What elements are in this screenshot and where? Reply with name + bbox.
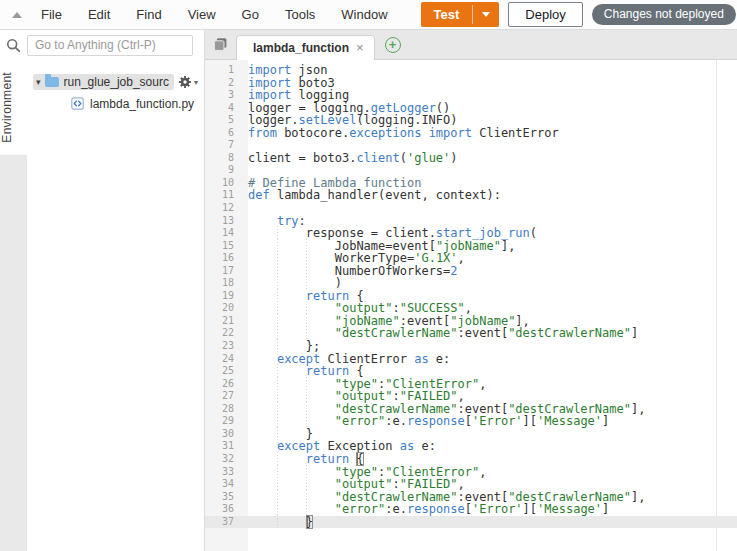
settings-gear-button[interactable]: ▾ [178,75,200,89]
line-number[interactable]: 12 [205,202,241,215]
menu-items: FileEditFindViewGoToolsWindow [28,7,401,22]
tab-close-icon[interactable]: × [356,42,364,54]
line-number[interactable]: 34 [205,478,241,491]
code-text[interactable] [241,139,737,152]
code-line[interactable]: 18 ) [205,277,737,290]
code-line[interactable]: 27 "output":"FAILED", [205,390,737,403]
goto-anything-input[interactable] [27,35,193,56]
code-text[interactable]: "output":"FAILED", [241,478,737,491]
code-text[interactable]: logger.setLevel(logging.INFO) [241,114,737,127]
line-number[interactable]: 36 [205,503,241,516]
line-number[interactable]: 32 [205,453,241,466]
line-number[interactable]: 37 [205,516,241,529]
left-panel: Environment ▾ run_glue_job_sourc [0,30,205,551]
menu-item-go[interactable]: Go [229,7,272,22]
tab-environment[interactable]: Environment [0,60,27,155]
line-number[interactable]: 31 [205,440,241,453]
deploy-button[interactable]: Deploy [508,2,582,27]
code-line[interactable]: 11def lambda_handler(event, context): [205,189,737,202]
code-text[interactable]: } [241,516,737,529]
line-number[interactable]: 2 [205,77,241,90]
code-line[interactable]: 29 "error":e.response['Error']['Message'… [205,415,737,428]
side-tab-strip: Environment [0,60,27,551]
stacked-pages-icon [213,37,228,52]
line-number[interactable]: 28 [205,403,241,416]
code-line[interactable]: 34 "output":"FAILED", [205,478,737,491]
line-number[interactable]: 1 [205,64,241,77]
code-text[interactable]: return { [241,453,737,466]
line-number[interactable]: 29 [205,415,241,428]
line-number[interactable]: 7 [205,139,241,152]
code-text[interactable]: WorkerType='G.1X', [241,252,737,265]
code-text[interactable] [241,202,737,215]
code-text[interactable]: return { [241,365,737,378]
folder-expand-caret-icon[interactable]: ▾ [36,77,41,87]
tree-folder-row[interactable]: ▾ run_glue_job_sourc [33,72,200,92]
tree-folder-selection: ▾ run_glue_job_sourc [33,74,174,90]
line-number[interactable]: 23 [205,340,241,353]
line-number[interactable]: 24 [205,353,241,366]
line-number[interactable]: 8 [205,152,241,165]
line-number[interactable]: 22 [205,327,241,340]
line-number[interactable]: 15 [205,240,241,253]
chevron-down-icon [482,12,490,17]
code-line[interactable]: 16 WorkerType='G.1X', [205,252,737,265]
tab-lambda-function[interactable]: lambda_function × [236,35,375,60]
line-number[interactable]: 4 [205,102,241,115]
code-text[interactable]: import logging [241,89,737,102]
test-button[interactable]: Test [421,2,500,27]
line-number[interactable]: 35 [205,491,241,504]
line-number[interactable]: 10 [205,177,241,190]
menu-item-file[interactable]: File [28,7,75,22]
line-number[interactable]: 13 [205,215,241,228]
code-text[interactable]: from botocore.exceptions import ClientEr… [241,127,737,140]
code-line[interactable]: 7 [205,139,737,152]
line-number[interactable]: 30 [205,428,241,441]
line-number[interactable]: 25 [205,365,241,378]
code-text[interactable]: "output":"FAILED", [241,390,737,403]
menu-item-edit[interactable]: Edit [75,7,123,22]
code-text[interactable]: "error":e.response['Error']['Message'] [241,415,737,428]
line-number[interactable]: 3 [205,89,241,102]
tab-list-button[interactable] [213,37,228,52]
tree-file-row[interactable]: lambda_function.py [33,94,200,113]
code-text[interactable]: import json [241,64,737,77]
file-tree: ▾ run_glue_job_sourc [27,60,204,551]
code-line[interactable]: 8client = boto3.client('glue') [205,152,737,165]
line-number[interactable]: 20 [205,302,241,315]
line-number[interactable]: 33 [205,466,241,479]
menu-item-find[interactable]: Find [123,7,174,22]
code-editor[interactable]: 1import json2import boto33import logging… [205,60,737,551]
line-number[interactable]: 5 [205,114,241,127]
line-number[interactable]: 6 [205,127,241,140]
line-number[interactable]: 17 [205,265,241,278]
line-number[interactable]: 19 [205,290,241,303]
code-line[interactable]: 6from botocore.exceptions import ClientE… [205,127,737,140]
code-text[interactable]: def lambda_handler(event, context): [241,189,737,202]
line-number[interactable]: 11 [205,189,241,202]
menu-item-window[interactable]: Window [328,7,400,22]
code-line[interactable]: 37 } [205,516,737,529]
line-number[interactable]: 27 [205,390,241,403]
code-line[interactable]: 36 "error":e.response['Error']['Message'… [205,503,737,516]
main-row: Environment ▾ run_glue_job_sourc [0,30,737,551]
new-tab-button[interactable]: + [385,37,401,53]
code-text[interactable]: "error":e.response['Error']['Message'] [241,503,737,516]
menu-item-tools[interactable]: Tools [272,7,328,22]
line-number[interactable]: 21 [205,315,241,328]
line-number[interactable]: 16 [205,252,241,265]
search-icon[interactable] [0,38,27,53]
code-line[interactable]: 3import logging [205,89,737,102]
line-number[interactable]: 14 [205,227,241,240]
test-dropdown-button[interactable] [473,2,499,27]
line-number[interactable]: 18 [205,277,241,290]
menu-bar: FileEditFindViewGoToolsWindow Test Deplo… [0,0,737,30]
deploy-status-badge: Changes not deployed [592,4,736,25]
menu-item-view[interactable]: View [175,7,229,22]
line-number[interactable]: 26 [205,378,241,391]
left-body: Environment ▾ run_glue_job_sourc [0,60,204,551]
test-button-label: Test [421,2,473,27]
code-text[interactable]: client = boto3.client('glue') [241,152,737,165]
line-number[interactable]: 9 [205,164,241,177]
collapse-menubar-icon[interactable] [12,12,22,18]
